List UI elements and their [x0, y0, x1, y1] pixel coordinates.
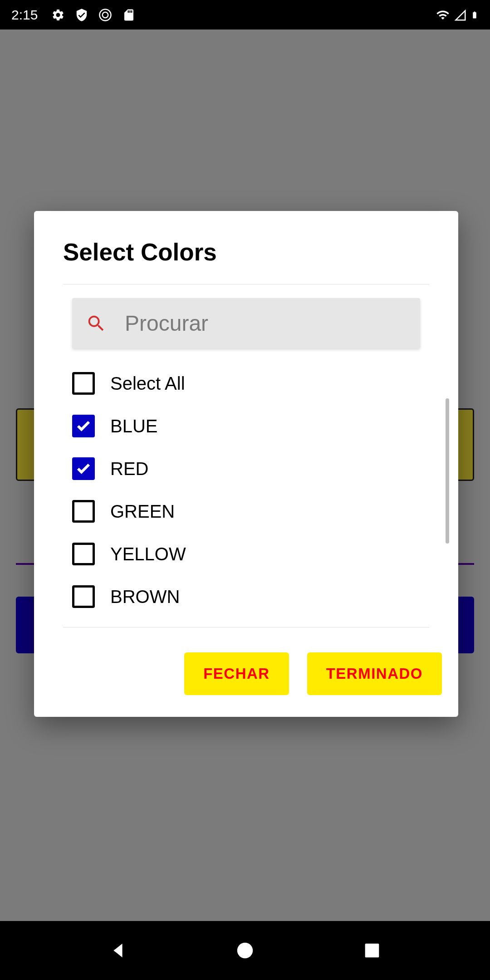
- list-item-brown[interactable]: BROWN: [72, 575, 420, 618]
- dialog-actions: FECHAR TERMINADO: [34, 627, 458, 717]
- dialog-title: Select Colors: [34, 211, 458, 284]
- close-button[interactable]: FECHAR: [184, 652, 289, 695]
- status-left: 2:15: [11, 7, 136, 23]
- nav-bar: [0, 921, 490, 980]
- checkbox-blue[interactable]: [72, 415, 95, 437]
- list-label: GREEN: [110, 501, 175, 522]
- list-item-yellow[interactable]: YELLOW: [72, 533, 420, 575]
- status-icons-left: [51, 8, 136, 22]
- status-bar: 2:15: [0, 0, 490, 29]
- scrollbar[interactable]: [446, 398, 449, 544]
- list-label: Select All: [110, 373, 185, 394]
- check-icon: [75, 461, 92, 477]
- divider-top: [63, 284, 429, 284]
- list-label: RED: [110, 459, 148, 479]
- signal-icon: [453, 8, 467, 22]
- svg-point-0: [100, 9, 111, 20]
- no-sim-icon: [98, 8, 112, 22]
- shield-icon: [75, 8, 88, 22]
- status-time: 2:15: [11, 7, 38, 23]
- home-icon[interactable]: [235, 940, 255, 961]
- svg-point-1: [103, 12, 108, 18]
- done-button[interactable]: TERMINADO: [307, 652, 442, 695]
- search-icon: [86, 313, 107, 334]
- select-colors-dialog: Select Colors Select All BLUE RED: [34, 211, 458, 717]
- list-label: YELLOW: [110, 544, 186, 564]
- svg-rect-3: [365, 944, 379, 958]
- svg-point-2: [237, 943, 253, 959]
- gear-icon: [51, 8, 65, 22]
- sd-card-icon: [122, 8, 136, 22]
- wifi-icon: [436, 8, 450, 22]
- search-box[interactable]: [72, 298, 420, 348]
- list-label: BLUE: [110, 416, 158, 436]
- checkbox-brown[interactable]: [72, 585, 95, 608]
- battery-icon: [470, 8, 479, 22]
- list-item-select-all[interactable]: Select All: [72, 362, 420, 405]
- status-right: [436, 8, 479, 22]
- check-icon: [75, 418, 92, 434]
- checkbox-select-all[interactable]: [72, 372, 95, 395]
- checkbox-green[interactable]: [72, 500, 95, 523]
- list-container[interactable]: Select All BLUE RED GREEN YELLOW: [34, 362, 458, 618]
- list-label: BROWN: [110, 587, 180, 607]
- list-item-green[interactable]: GREEN: [72, 490, 420, 533]
- checkbox-red[interactable]: [72, 457, 95, 480]
- recent-icon[interactable]: [362, 940, 382, 961]
- list-item-red[interactable]: RED: [72, 447, 420, 490]
- checkbox-yellow[interactable]: [72, 543, 95, 565]
- search-input[interactable]: [125, 311, 407, 336]
- list-item-blue[interactable]: BLUE: [72, 405, 420, 447]
- back-icon[interactable]: [108, 940, 128, 961]
